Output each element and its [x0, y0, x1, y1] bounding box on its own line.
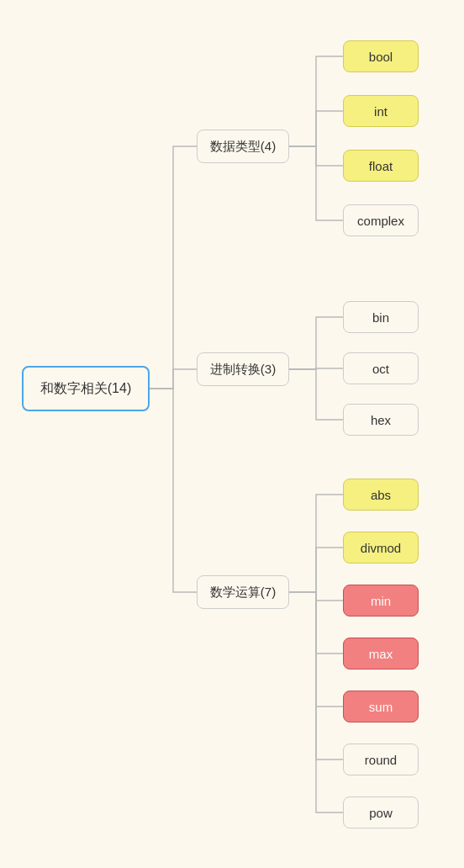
leaf-2-1: divmod [343, 532, 419, 564]
leaf-2-0: abs [343, 479, 419, 511]
leaf-1-1: oct [343, 352, 419, 384]
leaf-2-5: round [343, 744, 419, 775]
leaf-2-6: pow [343, 797, 419, 828]
leaf-0-0: bool [343, 40, 419, 72]
branch-0: 数据类型(4) [197, 130, 289, 163]
root-label: 和数字相关(14) [40, 380, 131, 398]
leaf-1-0: bin [343, 301, 419, 333]
leaf-2-2: min [343, 585, 419, 617]
leaf-0-2: float [343, 150, 419, 182]
branch-2: 数学运算(7) [197, 575, 289, 609]
branch-1: 进制转换(3) [197, 352, 289, 386]
leaf-0-3: complex [343, 204, 419, 236]
leaf-1-2: hex [343, 404, 419, 436]
leaf-2-4: sum [343, 691, 419, 722]
leaf-2-3: max [343, 638, 419, 670]
root-node: 和数字相关(14) [22, 366, 150, 411]
leaf-0-1: int [343, 95, 419, 127]
mind-map: 和数字相关(14) 数据类型(4)boolintfloatcomplex进制转换… [5, 5, 459, 863]
